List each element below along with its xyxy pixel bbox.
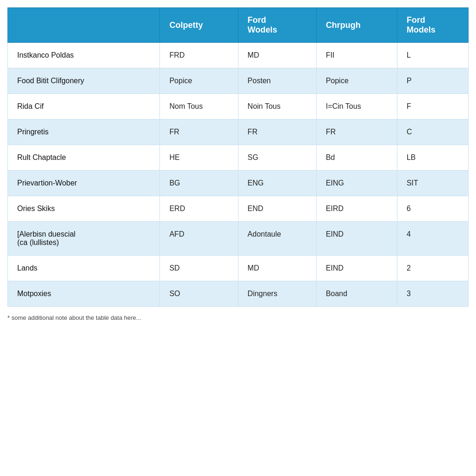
cell-ford_wodels: ENG xyxy=(238,171,316,196)
cell-ford_wodels: Noin Tous xyxy=(238,94,316,119)
cell-name: Food Bitit Clifgonery xyxy=(8,68,160,94)
header-col-chrpugh: Chrpugh xyxy=(316,8,397,43)
cell-name: Prievartion-Wober xyxy=(8,171,160,196)
header-row: Colpetty Ford Wodels Chrpugh Ford Models xyxy=(8,8,469,43)
cell-chrpugh: EIND xyxy=(316,256,397,281)
table-row: [Alerbisn duescial (ca (lullistes)AFDAdo… xyxy=(8,222,469,256)
header-col-ford-models: Ford Models xyxy=(397,8,468,43)
table-row: Food Bitit ClifgoneryPopicePostenPopiceP xyxy=(8,68,469,94)
cell-ford_models: 3 xyxy=(397,281,468,307)
cell-chrpugh: Popice xyxy=(316,68,397,94)
cell-ford_wodels: MD xyxy=(238,256,316,281)
cell-chrpugh: EIRD xyxy=(316,196,397,222)
table-row: Instkanco PoldasFRDMDFIIL xyxy=(8,43,469,68)
table-row: PringretisFRFRFRC xyxy=(8,119,469,145)
cell-colpetty: Nom Tous xyxy=(160,94,238,119)
cell-ford_models: 2 xyxy=(397,256,468,281)
cell-chrpugh: Boand xyxy=(316,281,397,307)
cell-name: Motpoxies xyxy=(8,281,160,307)
cell-ford_models: F xyxy=(397,94,468,119)
table-row: MotpoxiesSODingnersBoand3 xyxy=(8,281,469,307)
table-row: LandsSDMDEIND2 xyxy=(8,256,469,281)
table-row: Ories SkiksERDENDEIRD6 xyxy=(8,196,469,222)
cell-colpetty: SD xyxy=(160,256,238,281)
cell-colpetty: SO xyxy=(160,281,238,307)
cell-chrpugh: I=Cin Tous xyxy=(316,94,397,119)
cell-colpetty: AFD xyxy=(160,222,238,256)
cell-ford_wodels: MD xyxy=(238,43,316,68)
table-row: Prievartion-WoberBGENGEINGSIT xyxy=(8,171,469,196)
header-col-ford-wodels: Ford Wodels xyxy=(238,8,316,43)
cell-name: Ories Skiks xyxy=(8,196,160,222)
table-row: Rida CifNom TousNoin TousI=Cin TousF xyxy=(8,94,469,119)
cell-chrpugh: Bd xyxy=(316,145,397,171)
table-row: Rult ChaptacleHESGBdLB xyxy=(8,145,469,171)
cell-ford_wodels: Posten xyxy=(238,68,316,94)
cell-ford_models: SIT xyxy=(397,171,468,196)
cell-name: Rida Cif xyxy=(8,94,160,119)
cell-ford_wodels: Adontaule xyxy=(238,222,316,256)
header-col-colpetty: Colpetty xyxy=(160,8,238,43)
cell-chrpugh: FII xyxy=(316,43,397,68)
cell-ford_models: C xyxy=(397,119,468,145)
data-table: Colpetty Ford Wodels Chrpugh Ford Models… xyxy=(7,7,469,307)
cell-name: Lands xyxy=(8,256,160,281)
cell-ford_wodels: FR xyxy=(238,119,316,145)
footer-note: * some additional note about the table d… xyxy=(7,314,469,321)
cell-name: Rult Chaptacle xyxy=(8,145,160,171)
cell-colpetty: Popice xyxy=(160,68,238,94)
cell-chrpugh: FR xyxy=(316,119,397,145)
cell-colpetty: FR xyxy=(160,119,238,145)
cell-chrpugh: EING xyxy=(316,171,397,196)
table-container: Colpetty Ford Wodels Chrpugh Ford Models… xyxy=(7,7,469,307)
cell-name: Instkanco Poldas xyxy=(8,43,160,68)
cell-name: Pringretis xyxy=(8,119,160,145)
cell-chrpugh: EIND xyxy=(316,222,397,256)
cell-ford_models: 4 xyxy=(397,222,468,256)
cell-colpetty: FRD xyxy=(160,43,238,68)
cell-ford_models: LB xyxy=(397,145,468,171)
cell-colpetty: BG xyxy=(160,171,238,196)
cell-ford_models: P xyxy=(397,68,468,94)
cell-ford_wodels: SG xyxy=(238,145,316,171)
header-col-name xyxy=(8,8,160,43)
cell-ford_models: L xyxy=(397,43,468,68)
cell-name: [Alerbisn duescial (ca (lullistes) xyxy=(8,222,160,256)
cell-ford_wodels: Dingners xyxy=(238,281,316,307)
cell-ford_wodels: END xyxy=(238,196,316,222)
cell-colpetty: ERD xyxy=(160,196,238,222)
cell-ford_models: 6 xyxy=(397,196,468,222)
cell-colpetty: HE xyxy=(160,145,238,171)
